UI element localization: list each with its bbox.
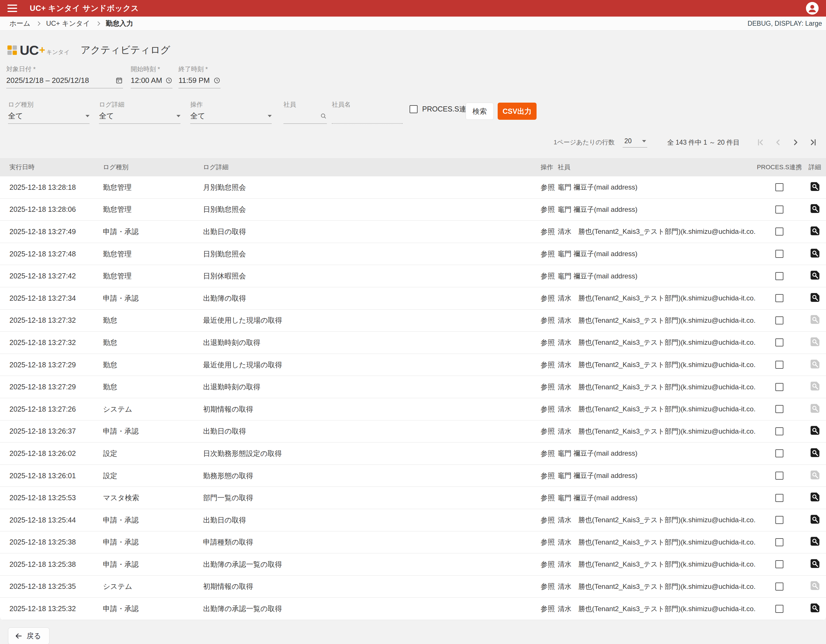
row-detail-button[interactable]	[809, 513, 821, 527]
csv-export-button[interactable]: CSV出力	[498, 103, 537, 120]
employee-search-input[interactable]: 社員	[283, 100, 327, 124]
row-process-s-checkbox[interactable]	[775, 538, 783, 546]
row-process-s-checkbox[interactable]	[775, 449, 783, 457]
previous-page-button[interactable]	[773, 138, 783, 147]
cell-log-detail: 出勤簿の承認一覧の取得	[194, 560, 532, 569]
row-process-s-checkbox[interactable]	[775, 582, 783, 591]
cell-log-detail: 初期情報の取得	[194, 582, 532, 591]
title-row: UC + キンタイ アクティビティログ	[0, 31, 826, 61]
row-process-s-checkbox[interactable]	[775, 472, 783, 480]
table-row: 2025-12-18 13:25:38 申請・承認 出勤簿の承認一覧の取得 参照…	[0, 553, 826, 576]
cell-operation: 参照	[532, 582, 555, 591]
row-detail-button[interactable]	[809, 225, 821, 238]
row-process-s-checkbox[interactable]	[775, 272, 783, 280]
operation-select[interactable]: 操作 全て	[190, 100, 272, 124]
row-process-s-checkbox[interactable]	[775, 405, 783, 413]
first-page-button[interactable]	[756, 138, 765, 147]
cell-datetime: 2025-12-18 13:28:06	[0, 205, 95, 214]
row-detail-button[interactable]	[809, 602, 821, 615]
cell-operation: 参照	[532, 516, 555, 525]
row-detail-button[interactable]	[809, 181, 821, 194]
document-search-icon	[809, 513, 821, 525]
table-row: 2025-12-18 13:27:49 申請・承認 出勤日の取得 参照 清水 勝…	[0, 221, 826, 243]
table-row: 2025-12-18 13:28:18 勤怠管理 月別勤怠照会 参照 竈門 禰豆…	[0, 176, 826, 199]
breadcrumb-bar: ホーム UC+ キンタイ 勤怠入力 DEBUG, DISPLAY: Large	[0, 17, 826, 31]
row-detail-button[interactable]	[809, 447, 821, 460]
process-s-checkbox[interactable]	[410, 105, 418, 113]
cell-employee: 清水 勝也(Tenant2_Kais3_テスト部門)(k.shimizu@uch…	[555, 516, 755, 525]
document-search-icon	[809, 181, 821, 192]
row-process-s-checkbox[interactable]	[775, 228, 783, 235]
process-s-checkbox-group[interactable]: PROCES.S連携	[410, 104, 474, 114]
row-process-s-checkbox[interactable]	[775, 427, 783, 435]
cell-datetime: 2025-12-18 13:25:35	[0, 582, 95, 591]
row-detail-button[interactable]	[809, 247, 821, 261]
cell-log-detail: 出勤日の取得	[194, 227, 532, 236]
row-process-s-checkbox[interactable]	[775, 294, 783, 302]
breadcrumb-uc-kintai[interactable]: UC+ キンタイ	[46, 19, 90, 28]
document-search-icon	[809, 291, 821, 303]
cell-datetime: 2025-12-18 13:27:29	[0, 361, 95, 369]
cell-log-detail: 出退勤時刻の取得	[194, 382, 532, 392]
row-process-s-checkbox[interactable]	[775, 361, 783, 369]
cell-datetime: 2025-12-18 13:27:48	[0, 250, 95, 258]
log-detail-select[interactable]: ログ詳細 全て	[99, 100, 180, 124]
row-detail-button[interactable]	[809, 536, 821, 549]
log-detail-label: ログ詳細	[99, 100, 180, 109]
row-process-s-checkbox[interactable]	[775, 250, 783, 258]
row-process-s-checkbox[interactable]	[775, 183, 783, 191]
clock-icon[interactable]	[213, 77, 220, 84]
cell-datetime: 2025-12-18 13:25:38	[0, 560, 95, 568]
cell-log-detail: 月別勤怠照会	[194, 183, 532, 192]
log-type-select[interactable]: ログ種別 全て	[8, 100, 90, 124]
last-page-button[interactable]	[809, 138, 818, 147]
row-process-s-checkbox[interactable]	[775, 494, 783, 502]
row-process-s-checkbox[interactable]	[775, 516, 783, 524]
breadcrumb: ホーム UC+ キンタイ 勤怠入力	[9, 19, 133, 28]
cell-employee: 竈門 禰豆子(mail address)	[555, 205, 755, 214]
table-body: 2025-12-18 13:28:18 勤怠管理 月別勤怠照会 参照 竈門 禰豆…	[0, 176, 826, 620]
cell-datetime: 2025-12-18 13:25:44	[0, 516, 95, 524]
header-log-type: ログ種別	[95, 163, 194, 172]
row-process-s-checkbox[interactable]	[775, 316, 783, 324]
row-process-s-checkbox[interactable]	[775, 560, 783, 568]
row-process-s-checkbox[interactable]	[775, 383, 783, 391]
row-detail-button[interactable]	[809, 424, 821, 438]
search-icon[interactable]	[320, 113, 327, 119]
activity-log-table: 実行日時 ログ種別 ログ詳細 操作 社員 PROCES.S連携 詳細 2025-…	[0, 158, 826, 620]
app-bar: UC+ キンタイ サンドボックス	[0, 0, 826, 17]
cell-operation: 参照	[532, 271, 555, 281]
row-detail-button[interactable]	[809, 203, 821, 216]
cell-log-detail: 日次勤務形態設定の取得	[194, 449, 532, 458]
row-detail-button[interactable]	[809, 491, 821, 505]
row-detail-button[interactable]	[809, 558, 821, 571]
document-search-icon	[809, 314, 821, 325]
start-time-field[interactable]: 開始時刻 * 12:00 AM	[131, 65, 172, 88]
row-process-s-checkbox[interactable]	[775, 605, 783, 613]
row-process-s-checkbox[interactable]	[775, 338, 783, 347]
cell-log-type: 勤怠	[95, 338, 194, 347]
employee-name-field: 社員名	[332, 100, 403, 124]
row-process-s-checkbox[interactable]	[775, 206, 783, 214]
arrow-left-icon	[15, 632, 23, 640]
chevron-right-icon	[96, 22, 100, 26]
row-detail-button[interactable]	[809, 291, 821, 305]
clock-icon[interactable]	[165, 77, 172, 84]
cell-operation: 参照	[532, 360, 555, 370]
target-date-field[interactable]: 対象日付 * 2025/12/18 – 2025/12/18	[6, 65, 123, 88]
end-time-field[interactable]: 終了時刻 * 11:59 PM	[179, 65, 220, 88]
breadcrumb-home[interactable]: ホーム	[9, 19, 30, 28]
search-button[interactable]: 検索	[466, 103, 494, 120]
rows-per-page-select[interactable]: 20	[623, 137, 647, 147]
target-date-value: 2025/12/18 – 2025/12/18	[6, 76, 89, 85]
row-detail-button[interactable]	[809, 269, 821, 283]
hamburger-menu-icon[interactable]	[8, 5, 17, 12]
cell-operation: 参照	[532, 604, 555, 613]
calendar-icon[interactable]	[115, 77, 123, 84]
page-title: アクティビティログ	[81, 43, 170, 57]
debug-display-label: DEBUG, DISPLAY: Large	[748, 20, 822, 28]
cell-datetime: 2025-12-18 13:26:37	[0, 427, 95, 435]
next-page-button[interactable]	[791, 138, 800, 147]
account-button[interactable]	[806, 2, 818, 15]
back-button[interactable]: 戻る	[8, 627, 50, 644]
